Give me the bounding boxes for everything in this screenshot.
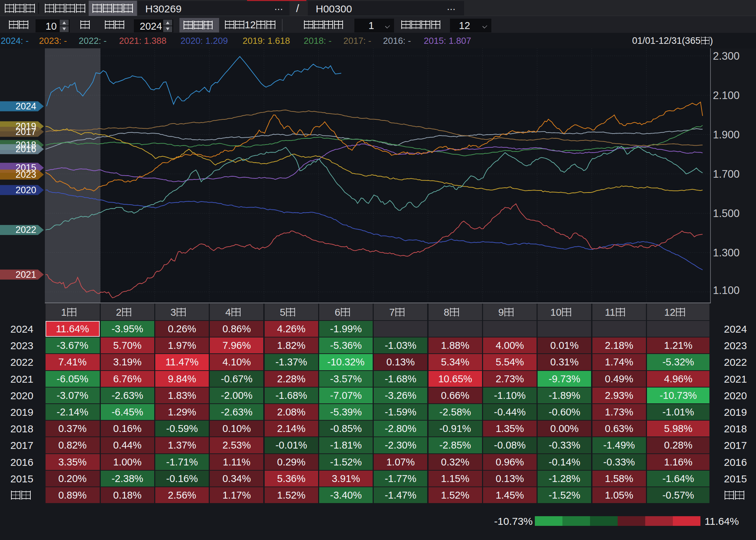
svg-text:1.500: 1.500 <box>713 207 740 219</box>
svg-text:1.300: 1.300 <box>713 247 740 259</box>
svg-text:2020: 2020 <box>16 185 36 195</box>
svg-text:1.900: 1.900 <box>713 129 740 141</box>
svg-text:2.300: 2.300 <box>713 50 740 62</box>
svg-text:2022: 2022 <box>16 225 36 235</box>
svg-text:2021: 2021 <box>16 269 36 280</box>
svg-text:1.100: 1.100 <box>713 284 740 296</box>
svg-text:2016: 2016 <box>16 144 36 154</box>
svg-text:2023: 2023 <box>16 169 36 180</box>
svg-text:2017: 2017 <box>16 127 36 137</box>
svg-text:2.100: 2.100 <box>713 89 740 101</box>
svg-text:1.700: 1.700 <box>713 168 740 180</box>
svg-text:2024: 2024 <box>16 101 36 111</box>
